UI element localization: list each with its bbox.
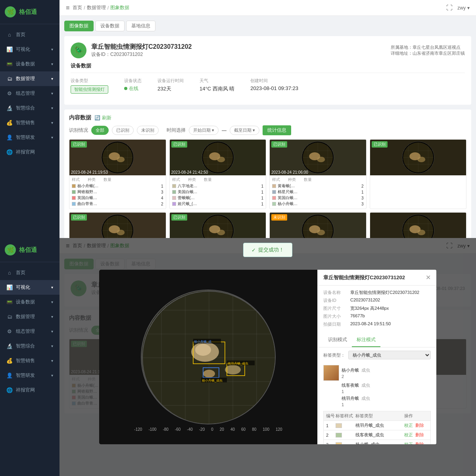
sidebar-item-data-mgmt[interactable]: 🗂 数据管理 ▾: [0, 71, 60, 86]
device-address: 详细地址：山东省济南市章丘区郑庄镇: [391, 50, 465, 56]
label-row-3: 3 杨小蛾_成虫 校正 删除: [323, 440, 431, 444]
sidebar-item-smart-synthesis[interactable]: 🔬 智慧综合 ▾: [0, 101, 60, 115]
chevron-down-icon: ▾: [51, 106, 53, 110]
image-wrapper: 已识别: [370, 140, 466, 175]
image-card-3[interactable]: 已识别 2023-08-24 21:06:00 样式种类数量 黄毒蛾(… 2 棉…: [269, 139, 367, 209]
image-card-4[interactable]: 已识别: [370, 139, 467, 209]
sidebar-item-device-data[interactable]: 📟 设备数据 ▾: [0, 57, 60, 71]
tab-device-data[interactable]: 设备数据: [95, 21, 125, 31]
sample-net-icon: 🌐: [6, 149, 13, 155]
breadcrumb-home[interactable]: 首页: [73, 4, 82, 11]
delete-btn-1[interactable]: 删除: [415, 422, 424, 428]
stats-button[interactable]: 统计信息: [263, 125, 291, 135]
delete-btn-3[interactable]: 删除: [415, 441, 424, 444]
species-color: [172, 202, 176, 206]
species-name: 美国白蛾…: [178, 189, 260, 195]
label-type-select[interactable]: 杨小丹蛾_成虫: [348, 351, 431, 359]
modal-image-panel: 桃羽丹蛾_成虫 杨小舟蛾_成 杨小丹蛾_成虫 -: [99, 270, 317, 444]
tab-annotation-mode[interactable]: 标注模式: [352, 333, 380, 347]
page-content: 图像数据 设备数据 基地信息 🪲 章丘智能虫情测报灯C20230731202 设…: [60, 16, 476, 238]
image-card-8[interactable]: [370, 212, 467, 238]
image-card-2[interactable]: 已识别 2023-08-24 21:42:50 样式种类数量 八字地老… 1 美…: [169, 139, 267, 209]
filter-all[interactable]: 全部: [91, 126, 109, 135]
tab-image-data[interactable]: 图像数据: [64, 21, 94, 31]
toast-text: 提交成功！: [258, 246, 284, 253]
start-date-picker[interactable]: 开始日期 ▾: [189, 126, 219, 135]
sidebar-item-sales-label: 智慧销售: [16, 119, 35, 126]
species-count: 2: [342, 374, 431, 379]
sidebar-item-visualization[interactable]: 📊 可视化 ▾: [0, 42, 60, 57]
time-label: 时间选择: [167, 127, 186, 134]
sidebar2-data-label: 数据管理: [16, 313, 35, 320]
visualization-icon-2: 📊: [6, 284, 13, 291]
logo-icon-2: 🌿: [5, 244, 16, 255]
svg-point-21: [217, 157, 225, 162]
smart-icon-2: 🔬: [6, 343, 13, 349]
sidebar2-item-rd[interactable]: 👤 智慧研发 ▾: [0, 368, 60, 383]
sidebar2-item-org-mgmt[interactable]: ⚙ 组态管理 ▾: [0, 324, 60, 339]
modal-close-button[interactable]: ✕: [426, 274, 431, 281]
filter-recognized[interactable]: 已识别: [112, 126, 134, 135]
recognized-badge: 已识别: [171, 214, 187, 221]
recognized-badge: 已识别: [372, 141, 388, 148]
modal-header: 章丘智能虫情测报灯C20230731202 ✕: [318, 270, 436, 286]
correct-btn-2[interactable]: 校正: [404, 432, 413, 438]
svg-text:桃羽丹蛾_成虫: 桃羽丹蛾_成虫: [228, 362, 248, 365]
sidebar2-item-visualization[interactable]: 📊 可视化 ▾: [0, 280, 60, 295]
correct-btn-3[interactable]: 校正: [404, 441, 413, 444]
fullscreen-icon[interactable]: ⛶: [446, 4, 453, 12]
device-title-row: 🪲 章丘智能虫情测报灯C20230731202 设备ID：C2023073120…: [71, 42, 465, 58]
image-wrapper: 已识别 2023-08-24 21:06:00: [270, 140, 366, 175]
sidebar-item-smart-sales[interactable]: 💰 智慧销售 ▾: [0, 115, 60, 130]
sidebar2-sales-label: 智慧销售: [16, 357, 35, 364]
sidebar2-item-device[interactable]: 📟 设备数据 ▾: [0, 295, 60, 309]
content-header: 内容数据 🔄 刷新: [69, 114, 466, 121]
sidebar2-item-data-mgmt[interactable]: 🗂 数据管理 ▾: [0, 309, 60, 324]
rd-icon-2: 👤: [6, 372, 13, 379]
label-type-row: 标签类型： 杨小丹蛾_成虫: [318, 347, 436, 363]
refresh-button[interactable]: 🔄 刷新: [94, 115, 111, 121]
sidebar2-rd-label: 智慧研发: [16, 372, 35, 379]
sidebar-item-org-mgmt[interactable]: ⚙ 组态管理 ▾: [0, 86, 60, 101]
visualization-icon: 📊: [6, 46, 13, 53]
image-card-1[interactable]: 已识别 2023-08-24 21:19:53 样式种类数量 杨小舟蛾(… 1 …: [69, 139, 166, 209]
end-date-picker[interactable]: 截至日期 ▾: [230, 126, 259, 135]
tab-base-info[interactable]: 基地信息: [126, 21, 155, 31]
device-icon: 🪲: [71, 42, 86, 58]
sidebar2-device-label: 设备数据: [16, 299, 35, 305]
modal-info-date: 拍摄日期 2023-08-24 19:51:50: [323, 321, 431, 327]
home-icon: ⌂: [6, 32, 13, 38]
species-color: [272, 184, 276, 188]
species-count: 1: [261, 190, 263, 194]
chevron-down-icon: ▾: [51, 77, 53, 81]
sidebar-item-smart-rd[interactable]: 👤 智慧研发 ▾: [0, 130, 60, 145]
svg-point-87: [417, 230, 425, 235]
image-card-7[interactable]: 未识别 2023-08-24 19:14:50: [269, 212, 367, 238]
sidebar2-item-net[interactable]: 🌐 祥报官网: [0, 383, 60, 397]
species-count: 1: [361, 190, 364, 194]
device-icon: 📟: [6, 61, 13, 67]
menu-icon[interactable]: ≡: [66, 4, 69, 12]
image-card-5[interactable]: 已识别 2023-08-26 20:28:48 样式种类数量 黄毒蛾(… 1 杨…: [69, 212, 166, 238]
image-card-6[interactable]: 已识别 2023-08-24 19:51:50 样式种类数量 杨小舟蛾… 2 线…: [169, 212, 267, 238]
device-stats: 设备类型 智能虫情测报灯 设备状态 在线 设备运行时间 232天 天气 14°C…: [71, 73, 465, 98]
species-color: [272, 190, 276, 194]
sidebar-item-sample-net[interactable]: 🌐 祥报官网: [0, 145, 60, 159]
sidebar2-item-smart-synthesis[interactable]: 🔬 智慧综合 ▾: [0, 339, 60, 353]
sidebar2-item-sales[interactable]: 💰 智慧销售 ▾: [0, 353, 60, 368]
sidebar-item-home[interactable]: ⌂ 首页: [0, 27, 60, 42]
delete-btn-2[interactable]: 删除: [415, 432, 424, 438]
sidebar2-item-home[interactable]: ⌂ 首页: [0, 265, 60, 280]
species-color: [72, 196, 76, 200]
species-count-3: 1: [342, 402, 431, 407]
image-time: 2023-08-24 21:06:00: [271, 170, 308, 175]
filter-unrecognized[interactable]: 未识别: [137, 126, 159, 135]
sub-tabs: 图像数据 设备数据 基地信息: [64, 21, 471, 31]
species-count: 1: [261, 184, 263, 188]
species-name: 英国白蛾…: [278, 195, 360, 201]
user-menu[interactable]: zwy ▾: [457, 5, 470, 11]
breadcrumb-data-mgmt[interactable]: 数据管理: [87, 4, 106, 11]
correct-btn-1[interactable]: 校正: [404, 422, 413, 428]
svg-point-54: [117, 230, 125, 235]
tab-recognition-mode[interactable]: 识别模式: [323, 333, 352, 347]
